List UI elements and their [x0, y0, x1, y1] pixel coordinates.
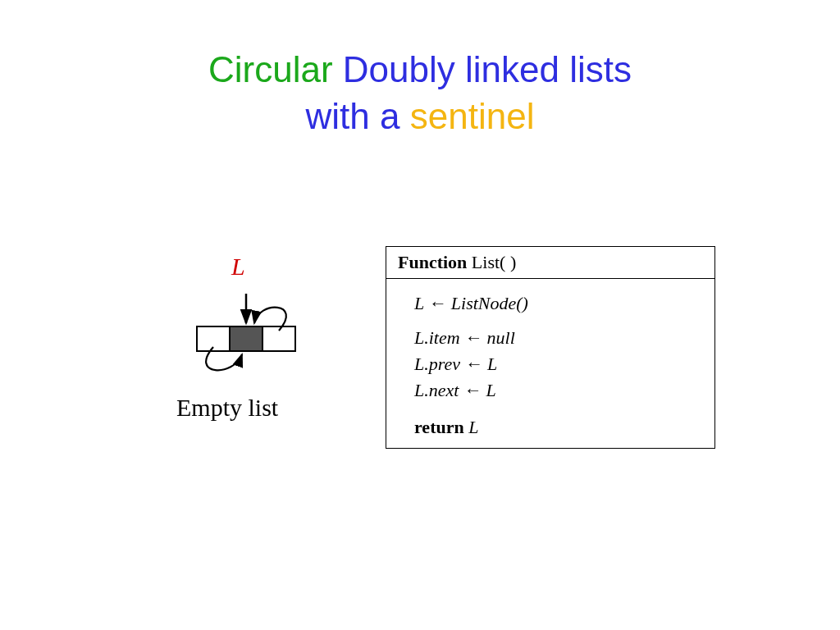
title-part-dll: Doubly linked lists [343, 49, 632, 89]
code-line-2: L.item ← null [414, 325, 703, 351]
pseudocode-box: Function List( ) L ← ListNode() L.item ←… [386, 246, 715, 449]
function-body: L ← ListNode() L.item ← null L.prev ← L … [386, 279, 714, 410]
code-line-4: L.next ← L [414, 377, 703, 404]
node-svg [172, 285, 336, 392]
return-value: L [468, 417, 478, 437]
diagram-caption: Empty list [176, 394, 278, 422]
svg-rect-1 [230, 326, 262, 351]
keyword-function: Function [398, 252, 467, 272]
return-line: return L [386, 410, 714, 448]
title-part-circular: Circular [208, 49, 333, 89]
function-header: Function List( ) [386, 247, 714, 279]
code-line-1: L ← ListNode() [414, 290, 703, 317]
pointer-label-L: L [231, 253, 245, 281]
slide-title: Circular Doubly linked lists with a sent… [0, 0, 840, 139]
title-part-sentinel: sentinel [410, 96, 535, 136]
content-area: L Empty list Function List( ) [0, 238, 840, 566]
code-line-3: L.prev ← L [414, 351, 703, 377]
function-name: List( ) [472, 252, 516, 272]
keyword-return: return [414, 417, 464, 437]
title-part-with: with a [306, 96, 400, 136]
